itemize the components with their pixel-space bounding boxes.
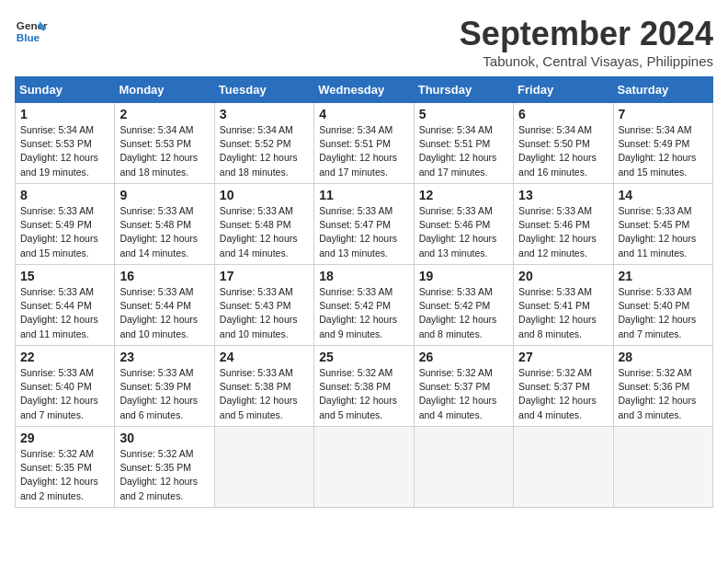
calendar-week-1: 1 Sunrise: 5:34 AM Sunset: 5:53 PM Dayli… (16, 103, 713, 184)
day-number: 18 (319, 269, 408, 283)
day-info: Sunrise: 5:34 AM Sunset: 5:49 PM Dayligh… (619, 123, 708, 179)
table-row: 1 Sunrise: 5:34 AM Sunset: 5:53 PM Dayli… (16, 103, 115, 184)
day-number: 15 (20, 269, 109, 283)
col-friday: Friday (514, 77, 613, 103)
calendar-week-4: 22 Sunrise: 5:33 AM Sunset: 5:40 PM Dayl… (16, 346, 713, 427)
table-row: 29 Sunrise: 5:32 AM Sunset: 5:35 PM Dayl… (16, 427, 115, 508)
day-info: Sunrise: 5:33 AM Sunset: 5:44 PM Dayligh… (119, 285, 209, 341)
col-monday: Monday (115, 77, 214, 103)
day-info: Sunrise: 5:32 AM Sunset: 5:38 PM Dayligh… (319, 366, 408, 422)
day-number: 14 (619, 188, 708, 202)
day-number: 8 (20, 188, 109, 202)
day-number: 13 (518, 188, 608, 202)
day-number: 11 (319, 188, 408, 202)
day-number: 12 (419, 188, 508, 202)
day-info: Sunrise: 5:33 AM Sunset: 5:43 PM Dayligh… (220, 285, 309, 341)
day-number: 7 (619, 107, 708, 121)
day-number: 5 (419, 107, 508, 121)
svg-text:Blue: Blue (17, 31, 40, 43)
day-info: Sunrise: 5:33 AM Sunset: 5:45 PM Dayligh… (619, 204, 708, 260)
col-saturday: Saturday (613, 77, 712, 103)
table-row: 14 Sunrise: 5:33 AM Sunset: 5:45 PM Dayl… (613, 184, 712, 265)
table-row: 28 Sunrise: 5:32 AM Sunset: 5:36 PM Dayl… (613, 346, 712, 427)
table-row (214, 427, 313, 508)
day-number: 29 (20, 431, 109, 445)
day-number: 22 (20, 350, 109, 364)
table-row: 16 Sunrise: 5:33 AM Sunset: 5:44 PM Dayl… (115, 265, 214, 346)
table-row: 10 Sunrise: 5:33 AM Sunset: 5:48 PM Dayl… (214, 184, 313, 265)
day-number: 16 (119, 269, 209, 283)
col-tuesday: Tuesday (214, 77, 313, 103)
day-info: Sunrise: 5:34 AM Sunset: 5:52 PM Dayligh… (220, 123, 309, 179)
day-info: Sunrise: 5:34 AM Sunset: 5:53 PM Dayligh… (20, 123, 109, 179)
table-row: 8 Sunrise: 5:33 AM Sunset: 5:49 PM Dayli… (16, 184, 115, 265)
calendar-week-2: 8 Sunrise: 5:33 AM Sunset: 5:49 PM Dayli… (16, 184, 713, 265)
table-row: 22 Sunrise: 5:33 AM Sunset: 5:40 PM Dayl… (16, 346, 115, 427)
day-number: 6 (518, 107, 608, 121)
table-row: 4 Sunrise: 5:34 AM Sunset: 5:51 PM Dayli… (314, 103, 414, 184)
day-info: Sunrise: 5:33 AM Sunset: 5:40 PM Dayligh… (619, 285, 708, 341)
table-row: 6 Sunrise: 5:34 AM Sunset: 5:50 PM Dayli… (514, 103, 613, 184)
logo-icon: General Blue (15, 15, 48, 48)
table-row: 13 Sunrise: 5:33 AM Sunset: 5:46 PM Dayl… (514, 184, 613, 265)
table-row: 5 Sunrise: 5:34 AM Sunset: 5:51 PM Dayli… (414, 103, 513, 184)
table-row: 12 Sunrise: 5:33 AM Sunset: 5:46 PM Dayl… (414, 184, 513, 265)
table-row: 17 Sunrise: 5:33 AM Sunset: 5:43 PM Dayl… (214, 265, 313, 346)
table-row (414, 427, 513, 508)
day-number: 1 (20, 107, 109, 121)
day-info: Sunrise: 5:33 AM Sunset: 5:49 PM Dayligh… (20, 204, 109, 260)
day-number: 25 (319, 350, 408, 364)
day-info: Sunrise: 5:34 AM Sunset: 5:51 PM Dayligh… (419, 123, 508, 179)
table-row: 30 Sunrise: 5:32 AM Sunset: 5:35 PM Dayl… (115, 427, 214, 508)
day-info: Sunrise: 5:34 AM Sunset: 5:53 PM Dayligh… (119, 123, 209, 179)
table-row: 23 Sunrise: 5:33 AM Sunset: 5:39 PM Dayl… (115, 346, 214, 427)
day-info: Sunrise: 5:32 AM Sunset: 5:37 PM Dayligh… (419, 366, 508, 422)
day-number: 4 (319, 107, 408, 121)
day-info: Sunrise: 5:32 AM Sunset: 5:35 PM Dayligh… (20, 447, 109, 503)
table-row (314, 427, 414, 508)
table-row: 11 Sunrise: 5:33 AM Sunset: 5:47 PM Dayl… (314, 184, 414, 265)
col-sunday: Sunday (16, 77, 115, 103)
day-number: 21 (619, 269, 708, 283)
table-row: 15 Sunrise: 5:33 AM Sunset: 5:44 PM Dayl… (16, 265, 115, 346)
table-row (514, 427, 613, 508)
col-wednesday: Wednesday (314, 77, 414, 103)
table-row: 2 Sunrise: 5:34 AM Sunset: 5:53 PM Dayli… (115, 103, 214, 184)
day-number: 28 (619, 350, 708, 364)
day-number: 20 (518, 269, 608, 283)
day-number: 19 (419, 269, 508, 283)
table-row: 3 Sunrise: 5:34 AM Sunset: 5:52 PM Dayli… (214, 103, 313, 184)
day-info: Sunrise: 5:33 AM Sunset: 5:48 PM Dayligh… (119, 204, 209, 260)
day-number: 3 (220, 107, 309, 121)
header-row: Sunday Monday Tuesday Wednesday Thursday… (16, 77, 713, 103)
calendar-week-3: 15 Sunrise: 5:33 AM Sunset: 5:44 PM Dayl… (16, 265, 713, 346)
day-number: 27 (518, 350, 608, 364)
day-number: 23 (119, 350, 209, 364)
calendar-table: Sunday Monday Tuesday Wednesday Thursday… (15, 76, 713, 508)
title-section: September 2024 Tabunok, Central Visayas,… (460, 15, 713, 69)
day-info: Sunrise: 5:33 AM Sunset: 5:40 PM Dayligh… (20, 366, 109, 422)
day-info: Sunrise: 5:32 AM Sunset: 5:37 PM Dayligh… (518, 366, 608, 422)
table-row: 20 Sunrise: 5:33 AM Sunset: 5:41 PM Dayl… (514, 265, 613, 346)
table-row: 19 Sunrise: 5:33 AM Sunset: 5:42 PM Dayl… (414, 265, 513, 346)
table-row: 27 Sunrise: 5:32 AM Sunset: 5:37 PM Dayl… (514, 346, 613, 427)
month-title: September 2024 (460, 15, 713, 53)
day-info: Sunrise: 5:33 AM Sunset: 5:47 PM Dayligh… (319, 204, 408, 260)
col-thursday: Thursday (414, 77, 513, 103)
day-number: 10 (220, 188, 309, 202)
day-info: Sunrise: 5:32 AM Sunset: 5:35 PM Dayligh… (119, 447, 209, 503)
day-info: Sunrise: 5:34 AM Sunset: 5:50 PM Dayligh… (518, 123, 608, 179)
table-row: 18 Sunrise: 5:33 AM Sunset: 5:42 PM Dayl… (314, 265, 414, 346)
day-info: Sunrise: 5:33 AM Sunset: 5:38 PM Dayligh… (220, 366, 309, 422)
day-info: Sunrise: 5:33 AM Sunset: 5:42 PM Dayligh… (319, 285, 408, 341)
table-row: 9 Sunrise: 5:33 AM Sunset: 5:48 PM Dayli… (115, 184, 214, 265)
day-info: Sunrise: 5:32 AM Sunset: 5:36 PM Dayligh… (619, 366, 708, 422)
day-info: Sunrise: 5:33 AM Sunset: 5:42 PM Dayligh… (419, 285, 508, 341)
calendar-week-5: 29 Sunrise: 5:32 AM Sunset: 5:35 PM Dayl… (16, 427, 713, 508)
day-info: Sunrise: 5:33 AM Sunset: 5:48 PM Dayligh… (220, 204, 309, 260)
day-number: 17 (220, 269, 309, 283)
day-number: 9 (119, 188, 209, 202)
table-row: 24 Sunrise: 5:33 AM Sunset: 5:38 PM Dayl… (214, 346, 313, 427)
day-info: Sunrise: 5:33 AM Sunset: 5:39 PM Dayligh… (119, 366, 209, 422)
table-row (613, 427, 712, 508)
